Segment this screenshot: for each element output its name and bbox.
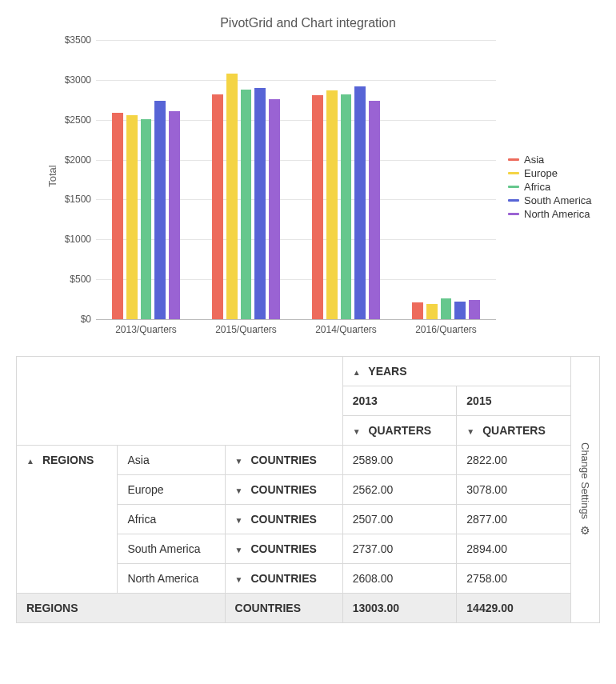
- legend-swatch: [508, 213, 519, 215]
- change-settings-label: Change Settings: [579, 442, 591, 519]
- legend-label: Asia: [524, 154, 544, 166]
- chart-bar[interactable]: [469, 300, 480, 319]
- y-tick-label: $3000: [65, 74, 91, 86]
- chevron-up-icon: ▲: [26, 457, 36, 466]
- chevron-down-icon: ▼: [235, 546, 245, 554]
- cell: 2589.00: [342, 446, 457, 475]
- col-quarters-1[interactable]: ▼ QUARTERS: [457, 416, 571, 446]
- cell: 2737.00: [342, 534, 457, 564]
- legend-item[interactable]: Asia: [508, 154, 592, 166]
- chart-bar[interactable]: [341, 94, 352, 319]
- chart-gridline: [96, 40, 496, 41]
- chevron-up-icon: ▲: [353, 368, 362, 377]
- legend-swatch: [508, 199, 519, 202]
- chevron-down-icon: ▼: [466, 427, 476, 436]
- x-tick-label: 2016/Quarters: [415, 324, 477, 335]
- col-year-0[interactable]: 2013: [342, 386, 457, 416]
- col-parent-label: YEARS: [368, 365, 406, 378]
- chart-bar[interactable]: [126, 115, 138, 319]
- chart-bar[interactable]: [212, 94, 223, 319]
- row-countries-toggle[interactable]: ▼ COUNTRIES: [225, 505, 342, 534]
- chart-bar[interactable]: [154, 101, 166, 319]
- chart-container: PivotGrid and Chart integration Total $0…: [16, 16, 600, 344]
- y-tick-label: $500: [70, 274, 91, 285]
- y-axis-title: Total: [46, 165, 58, 186]
- col-parent-header[interactable]: ▲ YEARS: [342, 357, 570, 386]
- row-countries-label: COUNTRIES: [250, 483, 316, 496]
- y-tick-label: $1500: [65, 194, 91, 205]
- row-countries-label: COUNTRIES: [250, 513, 316, 526]
- chevron-down-icon: ▼: [353, 427, 362, 436]
- chart-bar[interactable]: [354, 86, 366, 319]
- cell: 2507.00: [342, 505, 457, 534]
- row-label[interactable]: North America: [118, 564, 225, 594]
- row-countries-label: COUNTRIES: [250, 454, 316, 466]
- cell: 2608.00: [342, 564, 457, 594]
- row-countries-toggle[interactable]: ▼ COUNTRIES: [225, 475, 342, 505]
- y-tick-label: $2500: [65, 114, 91, 126]
- pivot-table: ▲ YEARS 2013 2015 ▼ QUARTERS ▼ QUARTERS …: [16, 356, 571, 623]
- row-label[interactable]: South America: [118, 534, 225, 564]
- legend-item[interactable]: South America: [508, 194, 592, 206]
- legend-item[interactable]: North America: [508, 208, 592, 220]
- col-quarters-label-0: QUARTERS: [369, 424, 432, 437]
- total-child-label: COUNTRIES: [225, 594, 342, 623]
- legend-swatch: [508, 172, 519, 174]
- chart-plot-area: $0$500$1000$1500$2000$2500$3000$35002013…: [96, 40, 496, 320]
- chart-title: PivotGrid and Chart integration: [16, 16, 600, 30]
- col-quarters-0[interactable]: ▼ QUARTERS: [342, 416, 457, 446]
- row-countries-label: COUNTRIES: [250, 542, 316, 555]
- row-label[interactable]: Europe: [118, 475, 225, 505]
- legend-swatch: [508, 186, 519, 188]
- gear-icon: ⚙: [580, 524, 590, 537]
- chevron-down-icon: ▼: [235, 516, 245, 525]
- row-countries-toggle[interactable]: ▼ COUNTRIES: [225, 446, 342, 475]
- chart-bar[interactable]: [369, 101, 380, 319]
- row-parent-header[interactable]: ▲ REGIONS: [17, 446, 118, 594]
- chart-bar[interactable]: [241, 90, 252, 319]
- y-tick-label: $0: [81, 314, 91, 325]
- chart-bar[interactable]: [226, 74, 238, 319]
- chart-bar[interactable]: [441, 298, 452, 319]
- chart-gridline: [96, 80, 496, 81]
- cell: 2822.00: [457, 446, 571, 475]
- chart-bar[interactable]: [169, 111, 180, 319]
- x-tick-label: 2014/Quarters: [315, 324, 377, 335]
- chart-bar[interactable]: [454, 302, 466, 319]
- chart-bar[interactable]: [269, 99, 280, 319]
- row-label[interactable]: Asia: [118, 446, 225, 475]
- chart-bar[interactable]: [426, 304, 438, 319]
- pivot-corner-cell: [17, 357, 343, 446]
- total-cell: 13003.00: [342, 594, 457, 623]
- y-tick-label: $3500: [65, 34, 91, 46]
- chart-bar[interactable]: [312, 95, 323, 319]
- x-tick-label: 2013/Quarters: [115, 324, 177, 335]
- legend-label: Europe: [524, 167, 558, 179]
- chart-bar[interactable]: [412, 302, 423, 319]
- legend-item[interactable]: Europe: [508, 167, 592, 179]
- row-countries-toggle[interactable]: ▼ COUNTRIES: [225, 564, 342, 594]
- legend-label: Africa: [524, 181, 550, 193]
- row-countries-toggle[interactable]: ▼ COUNTRIES: [225, 534, 342, 564]
- chevron-down-icon: ▼: [235, 457, 245, 466]
- chevron-down-icon: ▼: [235, 575, 245, 584]
- x-tick-label: 2015/Quarters: [215, 324, 277, 335]
- row-parent-label: REGIONS: [42, 454, 94, 466]
- row-label[interactable]: Africa: [118, 505, 225, 534]
- cell: 2877.00: [457, 505, 571, 534]
- change-settings-button[interactable]: Change Settings ⚙: [571, 356, 600, 623]
- cell: 3078.00: [457, 475, 571, 505]
- legend-swatch: [508, 158, 519, 161]
- chart-bar[interactable]: [326, 90, 338, 319]
- chevron-down-icon: ▼: [235, 486, 245, 495]
- y-tick-label: $1000: [65, 234, 91, 245]
- col-year-1[interactable]: 2015: [457, 386, 571, 416]
- col-quarters-label-1: QUARTERS: [482, 424, 546, 437]
- chart-bar[interactable]: [112, 113, 123, 319]
- total-row-label: REGIONS: [17, 594, 226, 623]
- chart-legend: AsiaEuropeAfricaSouth AmericaNorth Ameri…: [508, 152, 592, 222]
- chart-bar[interactable]: [254, 88, 266, 319]
- cell: 2562.00: [342, 475, 457, 505]
- legend-item[interactable]: Africa: [508, 181, 592, 193]
- chart-bar[interactable]: [141, 119, 152, 319]
